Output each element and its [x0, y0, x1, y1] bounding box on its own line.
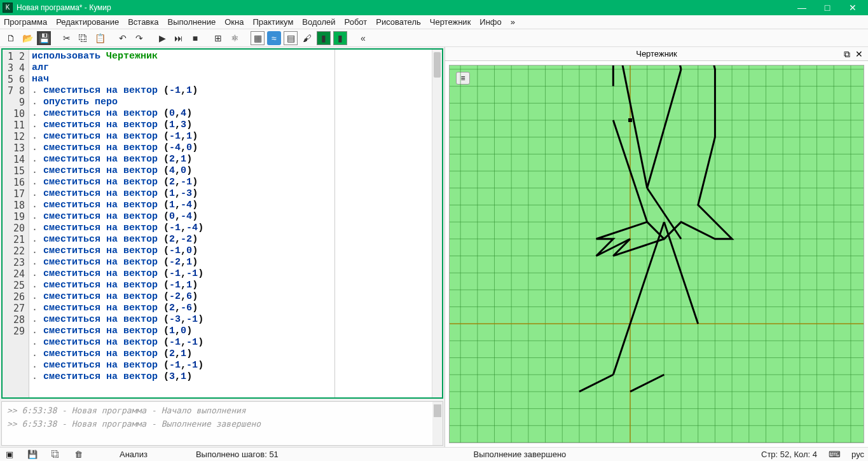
water-icon[interactable]: ≈ [267, 31, 281, 45]
undo-icon[interactable]: ↶ [116, 31, 130, 45]
app-icon: K [3, 3, 13, 13]
stop-icon[interactable]: ■ [188, 31, 202, 45]
save-file-icon[interactable]: 💾 [37, 31, 51, 45]
sb-clear-icon[interactable]: 🗑 [72, 450, 84, 459]
line-gutter: 1 2 3 4 5 6 7 8 9 10 11 12 13 14 15 16 1… [3, 50, 29, 397]
left-pane: 1 2 3 4 5 6 7 8 9 10 11 12 13 14 15 16 1… [0, 47, 445, 447]
svg-line-106 [664, 65, 681, 69]
menu-edit[interactable]: Редактирование [56, 17, 119, 27]
svg-rect-104 [628, 118, 632, 122]
drawing-canvas[interactable]: ≡ [449, 65, 864, 443]
close-button[interactable]: ✕ [840, 3, 865, 13]
titlebar: K Новая программа* - Кумир — □ ✕ [0, 0, 868, 15]
svg-line-112 [613, 222, 664, 375]
menu-info[interactable]: Инфо [479, 17, 501, 27]
menu-risovatel[interactable]: Рисователь [376, 17, 420, 27]
console-line: >> 6:53:38 - Новая программа - Начало вы… [7, 406, 437, 415]
panel-popout-icon[interactable]: ⧉ [844, 49, 850, 60]
sb-terminal-icon[interactable]: ▣ [4, 450, 15, 459]
sb-save-icon[interactable]: 💾 [27, 450, 38, 459]
status-steps: Выполнено шагов: 51 [196, 450, 279, 459]
run-icon[interactable]: ▶ [155, 31, 169, 45]
window-title: Новая программа* - Кумир [17, 3, 789, 12]
panel-close-icon[interactable]: ✕ [855, 49, 863, 59]
menu-robot[interactable]: Робот [345, 17, 368, 27]
console-scrollbar[interactable] [432, 402, 443, 445]
copy-icon[interactable]: ⿻ [76, 31, 90, 45]
green1-icon[interactable]: ▮ [317, 31, 331, 45]
right-pane: Чертежник ⧉ ✕ ≡ [445, 47, 868, 447]
statusbar: ▣ 💾 ⿻ 🗑 Анализ Выполнено шагов: 51 Выпол… [0, 447, 868, 461]
menu-practicum[interactable]: Практикум [252, 17, 293, 27]
keyboard-icon[interactable]: ⌨ [829, 450, 840, 459]
menu-more[interactable]: » [511, 17, 515, 27]
step-icon[interactable]: ⏭ [172, 31, 186, 45]
expand-icon[interactable]: « [356, 31, 370, 45]
console-line: >> 6:53:38 - Новая программа - Выполнени… [7, 419, 437, 429]
new-file-icon[interactable]: 🗋 [4, 31, 18, 45]
atom-icon[interactable]: ⚛ [228, 31, 242, 45]
drawing-svg [450, 65, 864, 443]
cut-icon[interactable]: ✂ [60, 31, 74, 45]
panel-title-bar: Чертежник ⧉ ✕ [445, 47, 868, 61]
status-analysis: Анализ [120, 450, 148, 459]
sb-copy-icon[interactable]: ⿻ [50, 450, 61, 459]
paste-icon[interactable]: 📋 [93, 31, 107, 45]
green2-icon[interactable]: ▮ [333, 31, 347, 45]
output-console[interactable]: >> 6:53:38 - Новая программа - Начало вы… [1, 401, 443, 446]
editor-scrollbar[interactable] [432, 50, 442, 397]
maximize-button[interactable]: □ [815, 3, 840, 13]
module-icon[interactable]: ⊞ [211, 31, 225, 45]
scroll-thumb[interactable] [434, 404, 441, 417]
toolbar: 🗋 📂 💾 ✂ ⿻ 📋 ↶ ↷ ▶ ⏭ ■ ⊞ ⚛ ▦ ≈ ▤ 🖌 ▮ ▮ « [0, 29, 868, 47]
open-file-icon[interactable]: 📂 [20, 31, 34, 45]
menu-program[interactable]: Программа [4, 17, 47, 27]
menu-run[interactable]: Выполнение [167, 17, 216, 27]
menu-insert[interactable]: Вставка [128, 17, 158, 27]
status-cursor-pos: Стр: 52, Кол: 4 [761, 450, 817, 459]
minimize-button[interactable]: — [789, 3, 815, 13]
status-lang[interactable]: рус [851, 450, 864, 459]
menubar: Программа Редактирование Вставка Выполне… [0, 15, 868, 29]
redo-icon[interactable]: ↷ [132, 31, 146, 45]
grid-icon[interactable]: ▤ [284, 31, 298, 45]
code-area[interactable]: использовать Чертежник алг нач . сместит… [29, 50, 335, 397]
main-area: 1 2 3 4 5 6 7 8 9 10 11 12 13 14 15 16 1… [0, 47, 868, 447]
menu-vodoley[interactable]: Водолей [302, 17, 335, 27]
code-editor[interactable]: 1 2 3 4 5 6 7 8 9 10 11 12 13 14 15 16 1… [1, 48, 443, 399]
menu-windows[interactable]: Окна [224, 17, 244, 27]
menu-chertezhnik[interactable]: Чертежник [430, 17, 471, 27]
editor-side-column [335, 50, 432, 397]
paint-icon[interactable]: 🖌 [300, 31, 314, 45]
panel-title: Чертежник [636, 49, 677, 58]
scroll-thumb[interactable] [434, 52, 441, 78]
table-icon[interactable]: ▦ [251, 31, 265, 45]
status-done: Выполнение завершено [474, 450, 567, 459]
